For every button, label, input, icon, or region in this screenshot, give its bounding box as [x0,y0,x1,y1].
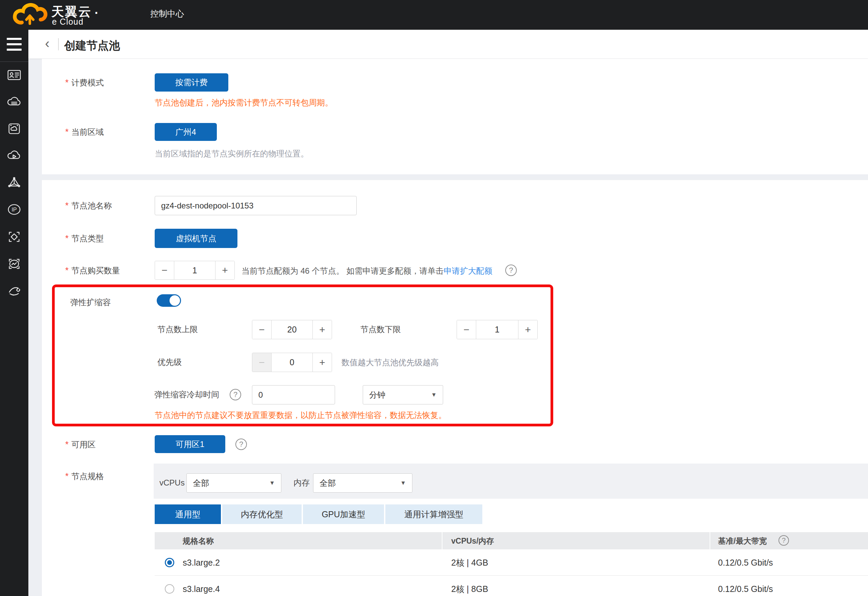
brand-dot: . [94,3,99,16]
id-card-icon[interactable] [6,67,22,83]
monitor-wave-icon[interactable] [6,256,22,272]
node-type-label: *节点类型 [65,234,104,243]
page-header: ‹ 创建节点池 [28,30,868,58]
top-bar: 天翼云. e Cloud 控制中心 [0,0,868,30]
memory-filter-value: 全部 [319,478,336,488]
col-bandwidth: 基准/最大带宽 [718,536,767,546]
decrease-button[interactable]: − [252,320,272,339]
billing-note: 节点池创建后，池内按需计费节点不可转包周期。 [155,98,333,108]
row-radio-selected[interactable] [165,558,174,567]
autoscale-warning: 节点池中的节点建议不要放置重要数据，以防止节点被弹性缩容，数据无法恢复。 [155,410,446,420]
ip-icon[interactable]: IP [6,202,22,217]
top-menu-control-center[interactable]: 控制中心 [150,8,184,19]
required-star: * [65,233,69,243]
billing-ondemand-button[interactable]: 按需计费 [155,73,228,92]
priority-stepper: − 0 + [252,353,332,372]
column-divider [442,532,443,549]
column-divider [710,532,710,549]
row-radio[interactable] [165,584,174,594]
az-help-icon[interactable]: ? [235,439,247,450]
required-star: * [65,439,69,450]
min-nodes-label: 节点数下限 [360,325,401,334]
spec-name: s3.large.2 [183,558,220,568]
pool-name-input[interactable] [155,196,357,215]
max-nodes-label: 节点数上限 [157,325,198,334]
increase-button[interactable]: + [215,261,235,280]
node-type-vm-button[interactable]: 虚拟机节点 [155,229,238,248]
priority-value[interactable]: 0 [272,353,312,372]
autoscale-label: 弹性扩缩容 [70,298,111,307]
chevron-down-icon: ▼ [431,392,437,398]
sidebar: IP [0,30,28,596]
required-star: * [65,265,69,275]
required-star: * [65,200,69,210]
cooldown-unit-select[interactable]: 分钟 ▼ [363,385,443,404]
node-count-stepper: − 1 + [155,261,235,280]
region-hint: 当前区域指的是节点实例所在的物理位置。 [155,149,309,159]
spec-name: s3.large.4 [183,584,220,594]
min-nodes-stepper: − 1 + [457,320,538,339]
tab-memory-optimized[interactable]: 内存优化型 [222,504,302,524]
bandwidth: 0.12/0.5 Gbit/s [718,584,773,594]
decrease-button[interactable]: − [252,353,272,372]
cooldown-input[interactable] [252,385,335,404]
max-nodes-stepper: − 20 + [252,320,332,339]
autoscale-toggle[interactable] [157,294,181,307]
spec-label: *节点规格 [65,471,104,481]
cloud-play-icon[interactable] [6,148,22,164]
required-star: * [65,77,69,87]
cooldown-unit-value: 分钟 [369,390,385,400]
tab-general[interactable]: 通用型 [155,504,221,524]
required-star: * [65,127,69,137]
decrease-button[interactable]: − [457,320,476,339]
memory-filter-select[interactable]: 全部 ▼ [313,473,412,492]
billing-label: *计费模式 [65,78,104,87]
required-star: * [65,471,69,481]
back-icon[interactable]: ‹ [41,37,54,51]
memory-filter-label: 内存 [294,478,310,488]
tab-gpu-accelerated[interactable]: GPU加速型 [303,504,384,524]
header-divider [58,38,59,50]
chevron-down-icon: ▼ [400,480,406,487]
svg-text:IP: IP [12,206,16,213]
toggle-knob [170,295,180,306]
min-nodes-value[interactable]: 1 [476,320,518,339]
increase-button[interactable]: + [312,320,332,339]
topology-pyramid-icon[interactable] [6,175,22,190]
cloud-server-icon[interactable] [6,94,22,110]
ecloud-logo-icon [12,2,49,27]
vcpus-filter-label: vCPUs [159,478,185,488]
decrease-button[interactable]: − [155,261,174,280]
az-label: *可用区 [65,439,96,450]
node-count-label: *节点购买数量 [65,266,120,275]
increase-button[interactable]: + [312,353,332,372]
quota-help-icon[interactable]: ? [505,265,517,276]
region-label: *当前区域 [65,127,104,137]
increase-button[interactable]: + [518,320,537,339]
page-title: 创建节点池 [64,38,120,53]
node-count-value[interactable]: 1 [174,261,215,280]
cpu-mem: 2核 | 4GB [451,558,488,568]
chevron-down-icon: ▼ [269,480,275,487]
vcpus-filter-select[interactable]: 全部 ▼ [186,473,281,492]
expand-quota-link[interactable]: 申请扩大配额 [444,266,492,275]
az-button[interactable]: 可用区1 [155,435,225,453]
max-nodes-value[interactable]: 20 [272,320,312,339]
pool-name-label: *节点池名称 [65,201,112,210]
host-box-icon[interactable] [6,121,22,136]
col-spec-name: 规格名称 [183,536,214,546]
quota-text: 当前节点配额为 46 个节点。 如需申请更多配额，请单击申请扩大配额 [242,266,492,277]
cooldown-label: 弹性缩容冷却时间 [154,390,219,399]
priority-hint: 数值越大节点池优先级越高 [341,358,439,368]
region-button[interactable]: 广州4 [155,123,217,141]
bandwidth-help-icon[interactable]: ? [778,535,789,546]
priority-label: 优先级 [157,358,182,367]
brand-subname: e Cloud [52,17,83,27]
col-cpu-mem: vCPUs/内存 [451,536,494,546]
tab-compute-enhanced[interactable]: 通用计算增强型 [385,504,482,524]
bandwidth: 0.12/0.5 Gbit/s [718,558,773,568]
cooldown-help-icon[interactable]: ? [230,389,241,400]
scan-diamond-icon[interactable] [6,229,22,245]
vcpus-filter-value: 全部 [193,478,209,488]
scribble-icon[interactable] [6,282,22,298]
